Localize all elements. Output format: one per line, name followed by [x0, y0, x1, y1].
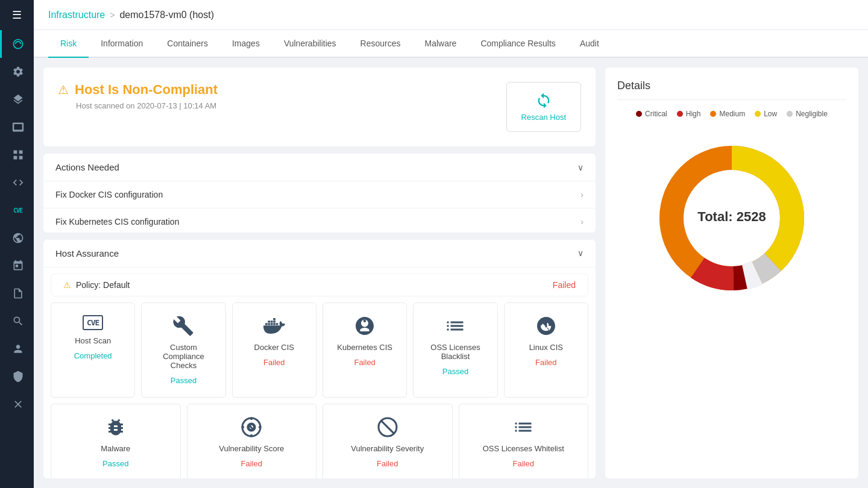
action-item-kubernetes[interactable]: Fix Kubernetes CIS configuration ›: [43, 208, 596, 233]
policy-row: ⚠ Policy: Default Failed: [51, 274, 588, 296]
status-heading: Host Is Non-Compliant: [75, 82, 218, 98]
assurance-card-custom-compliance[interactable]: Custom Compliance Checks Passed: [141, 302, 225, 398]
assurance-card-docker-cis[interactable]: Docker CIS Failed: [232, 302, 316, 398]
sidebar-item-calendar[interactable]: [0, 252, 34, 280]
vuln-score-label: Vulnerability Score: [219, 444, 284, 453]
oss-blacklist-status: Passed: [442, 367, 468, 376]
rescan-icon: [535, 92, 552, 109]
legend-label-low: Low: [764, 110, 777, 118]
tab-malware[interactable]: Malware: [412, 30, 468, 58]
policy-left: ⚠ Policy: Default: [63, 280, 130, 290]
legend-negligible: Negligible: [787, 110, 828, 118]
legend-high: High: [677, 110, 701, 118]
linux-icon: [535, 315, 557, 337]
malware-status: Passed: [102, 459, 128, 468]
sidebar-item-gear[interactable]: [0, 58, 34, 86]
status-card: ⚠ Host Is Non-Compliant Host scanned on …: [43, 67, 596, 146]
custom-compliance-label: Custom Compliance Checks: [149, 343, 218, 370]
tools-icon: [172, 315, 194, 337]
sidebar-item-code[interactable]: [0, 169, 34, 196]
content-area: ⚠ Host Is Non-Compliant Host scanned on …: [34, 58, 868, 488]
sidebar: ☰ CVE: [0, 0, 34, 488]
details-title: Details: [617, 80, 846, 100]
vuln-severity-label: Vulnerability Severity: [351, 444, 424, 453]
report-icon: [12, 287, 24, 299]
warning-icon: ⚠: [58, 83, 69, 97]
kubernetes-cis-label: Kubernetes CIS: [337, 343, 392, 352]
sidebar-item-report[interactable]: [0, 280, 34, 307]
user-icon: [12, 343, 24, 355]
assurance-card-oss-whitelist[interactable]: OSS Licenses Whitelist Failed: [459, 404, 589, 478]
actions-needed-title: Actions Needed: [55, 162, 119, 172]
action-item-docker[interactable]: Fix Docker CIS configuration ›: [43, 181, 596, 208]
legend-medium: Medium: [710, 110, 745, 118]
rescan-button[interactable]: Rescan Host: [506, 82, 581, 132]
breadcrumb: Infrastructure > demo1578-vm0 (host): [48, 10, 214, 20]
vuln-score-icon: [241, 416, 262, 438]
assurance-card-host-scan[interactable]: CVE Host Scan Completed: [51, 302, 135, 398]
action-arrow-docker: ›: [580, 190, 583, 199]
oss-blacklist-icon: [444, 315, 466, 337]
host-scan-label: Host Scan: [75, 336, 111, 345]
assurance-grid-row1: CVE Host Scan Completed Custom Complianc…: [51, 302, 588, 398]
actions-needed-header[interactable]: Actions Needed ∨: [43, 154, 596, 181]
assurance-card-linux-cis[interactable]: Linux CIS Failed: [504, 302, 588, 398]
host-assurance-header[interactable]: Host Assurance ∨: [43, 240, 596, 267]
rescan-label: Rescan Host: [521, 113, 566, 122]
tab-risk[interactable]: Risk: [48, 30, 89, 58]
actions-needed-chevron: ∨: [577, 163, 583, 172]
legend-label-critical: Critical: [645, 110, 667, 118]
tab-resources[interactable]: Resources: [348, 30, 413, 58]
legend-critical: Critical: [636, 110, 667, 118]
gear-icon: [12, 66, 24, 78]
sidebar-item-layers[interactable]: [0, 86, 34, 113]
legend-dot-medium: [710, 111, 716, 117]
docker-cis-status: Failed: [263, 358, 285, 367]
linux-cis-status: Failed: [535, 358, 556, 367]
legend-label-negligible: Negligible: [796, 110, 828, 118]
assurance-card-vuln-severity[interactable]: Vulnerability Severity Failed: [322, 404, 453, 478]
sidebar-item-monitor[interactable]: [0, 113, 34, 141]
donut-chart-container: Total: 2528: [617, 128, 846, 308]
svg-line-6: [381, 421, 394, 433]
sidebar-item-cve[interactable]: CVE: [0, 196, 34, 224]
assurance-card-oss-blacklist[interactable]: OSS Licenses Blacklist Passed: [413, 302, 497, 398]
tab-containers[interactable]: Containers: [155, 30, 220, 58]
sidebar-item-user[interactable]: [0, 335, 34, 363]
assurance-grid-row2: Malware Passed Vulnerability Score Faile…: [51, 404, 588, 478]
calendar-icon: [12, 260, 24, 272]
policy-warning-icon: ⚠: [63, 280, 71, 290]
tab-images[interactable]: Images: [220, 30, 272, 58]
tab-vulnerabilities[interactable]: Vulnerabilities: [272, 30, 348, 58]
donut-chart: Total: 2528: [647, 134, 816, 302]
legend-label-high: High: [686, 110, 701, 118]
breadcrumb-current: demo1578-vm0 (host): [119, 10, 214, 20]
tab-compliance-results[interactable]: Compliance Results: [468, 30, 568, 58]
donut-total-text: Total: 2528: [697, 209, 766, 224]
tab-audit[interactable]: Audit: [568, 30, 611, 58]
assurance-card-vuln-score[interactable]: Vulnerability Score Failed: [187, 404, 317, 478]
tabs-bar: Risk Information Containers Images Vulne…: [34, 30, 868, 58]
sidebar-item-grid[interactable]: [0, 141, 34, 169]
breadcrumb-link[interactable]: Infrastructure: [48, 10, 105, 20]
oss-whitelist-status: Failed: [513, 459, 534, 468]
status-title: ⚠ Host Is Non-Compliant: [58, 82, 218, 98]
legend-dot-negligible: [787, 111, 793, 117]
sidebar-item-dashboard[interactable]: [0, 30, 34, 58]
sidebar-item-network[interactable]: [0, 224, 34, 252]
sidebar-item-close[interactable]: [0, 390, 34, 418]
linux-cis-label: Linux CIS: [529, 343, 563, 352]
tab-information[interactable]: Information: [89, 30, 155, 58]
right-panel: Details Critical High Medium Low: [605, 67, 858, 478]
sidebar-item-search[interactable]: [0, 307, 34, 335]
assurance-card-malware[interactable]: Malware Passed: [51, 404, 181, 478]
menu-icon[interactable]: ☰: [0, 0, 34, 30]
assurance-card-kubernetes-cis[interactable]: Kubernetes CIS Failed: [322, 302, 407, 398]
action-arrow-kubernetes: ›: [580, 217, 583, 227]
topbar: Infrastructure > demo1578-vm0 (host): [34, 0, 868, 30]
host-assurance-title: Host Assurance: [55, 248, 119, 258]
assurance-grid-container: CVE Host Scan Completed Custom Complianc…: [43, 302, 596, 478]
sidebar-item-shield[interactable]: [0, 363, 34, 390]
breadcrumb-separator: >: [110, 10, 115, 20]
oss-whitelist-icon: [512, 416, 534, 438]
